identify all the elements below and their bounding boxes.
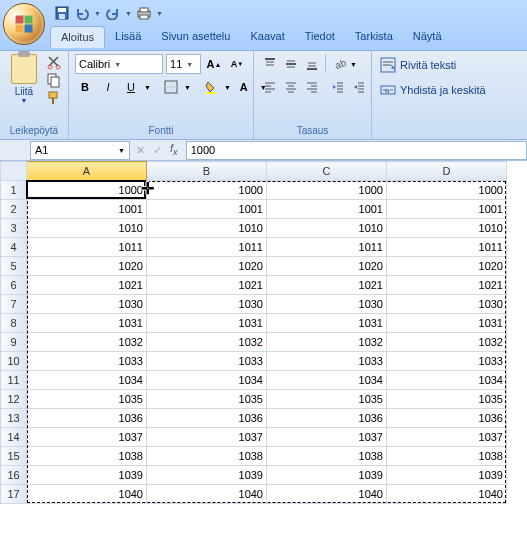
cell-C7[interactable]: 1030	[267, 295, 387, 314]
paste-button[interactable]: Liitä ▼	[6, 54, 42, 124]
cell-B16[interactable]: 1039	[147, 466, 267, 485]
cell-A17[interactable]: 1040	[27, 485, 147, 504]
cancel-icon[interactable]: ✕	[136, 144, 145, 157]
row-header-2[interactable]: 2	[1, 200, 27, 219]
cell-C13[interactable]: 1036	[267, 409, 387, 428]
name-box[interactable]: A1▼	[30, 141, 130, 160]
cell-D1[interactable]: 1000	[387, 181, 507, 200]
formula-input[interactable]: 1000	[186, 141, 527, 160]
fill-dropdown-icon[interactable]: ▼	[224, 84, 231, 91]
row-header-16[interactable]: 16	[1, 466, 27, 485]
cell-D11[interactable]: 1034	[387, 371, 507, 390]
tab-aloitus[interactable]: Aloitus	[50, 26, 105, 48]
cell-A10[interactable]: 1033	[27, 352, 147, 371]
font-name-combo[interactable]: Calibri▼	[75, 54, 163, 74]
merge-center-button[interactable]: a Yhdistä ja keskitä	[380, 79, 486, 101]
cell-B8[interactable]: 1031	[147, 314, 267, 333]
worksheet-grid[interactable]: A B C D 11000100010001000210011001100110…	[0, 161, 527, 504]
cell-D15[interactable]: 1038	[387, 447, 507, 466]
orientation-dropdown-icon[interactable]: ▼	[350, 61, 357, 68]
underline-button[interactable]: U	[121, 77, 141, 97]
fill-color-button[interactable]	[201, 77, 221, 97]
format-painter-icon[interactable]	[46, 90, 62, 106]
row-header-8[interactable]: 8	[1, 314, 27, 333]
fx-button[interactable]: fx	[170, 142, 178, 157]
column-header-C[interactable]: C	[267, 162, 387, 181]
cell-A16[interactable]: 1039	[27, 466, 147, 485]
borders-button[interactable]	[161, 77, 181, 97]
underline-dropdown-icon[interactable]: ▼	[144, 84, 151, 91]
font-size-combo[interactable]: 11▼	[166, 54, 201, 74]
column-header-B[interactable]: B	[147, 162, 267, 181]
cell-A13[interactable]: 1036	[27, 409, 147, 428]
italic-button[interactable]: I	[98, 77, 118, 97]
cell-A12[interactable]: 1035	[27, 390, 147, 409]
increase-indent-button[interactable]	[349, 77, 369, 97]
row-header-14[interactable]: 14	[1, 428, 27, 447]
cell-C10[interactable]: 1033	[267, 352, 387, 371]
cell-A8[interactable]: 1031	[27, 314, 147, 333]
row-header-12[interactable]: 12	[1, 390, 27, 409]
cell-C12[interactable]: 1035	[267, 390, 387, 409]
bold-button[interactable]: B	[75, 77, 95, 97]
cell-A14[interactable]: 1037	[27, 428, 147, 447]
cell-B1[interactable]: 1000	[147, 181, 267, 200]
row-header-10[interactable]: 10	[1, 352, 27, 371]
cell-D3[interactable]: 1010	[387, 219, 507, 238]
cell-C8[interactable]: 1031	[267, 314, 387, 333]
row-header-9[interactable]: 9	[1, 333, 27, 352]
cell-A7[interactable]: 1030	[27, 295, 147, 314]
align-center-button[interactable]	[281, 77, 301, 97]
cell-B17[interactable]: 1040	[147, 485, 267, 504]
cell-C6[interactable]: 1021	[267, 276, 387, 295]
cell-A15[interactable]: 1038	[27, 447, 147, 466]
borders-dropdown-icon[interactable]: ▼	[184, 84, 191, 91]
align-right-button[interactable]	[302, 77, 322, 97]
cell-A4[interactable]: 1011	[27, 238, 147, 257]
row-header-3[interactable]: 3	[1, 219, 27, 238]
font-color-button[interactable]: A	[234, 77, 254, 97]
row-header-15[interactable]: 15	[1, 447, 27, 466]
cell-B4[interactable]: 1011	[147, 238, 267, 257]
cell-C14[interactable]: 1037	[267, 428, 387, 447]
orientation-button[interactable]: ab	[329, 54, 349, 74]
cell-B12[interactable]: 1035	[147, 390, 267, 409]
row-header-1[interactable]: 1	[1, 181, 27, 200]
cell-A6[interactable]: 1021	[27, 276, 147, 295]
cell-D13[interactable]: 1036	[387, 409, 507, 428]
tab-tarkista[interactable]: Tarkista	[345, 26, 403, 48]
cell-B14[interactable]: 1037	[147, 428, 267, 447]
cell-A11[interactable]: 1034	[27, 371, 147, 390]
column-header-D[interactable]: D	[387, 162, 507, 181]
align-bottom-button[interactable]	[302, 54, 322, 74]
qat-customize-icon[interactable]: ▼	[156, 10, 163, 17]
undo-dropdown-icon[interactable]: ▼	[94, 10, 101, 17]
cell-A3[interactable]: 1010	[27, 219, 147, 238]
shrink-font-button[interactable]: A▼	[227, 54, 247, 74]
tab-sivun-asettelu[interactable]: Sivun asettelu	[151, 26, 240, 48]
cell-C17[interactable]: 1040	[267, 485, 387, 504]
cell-B6[interactable]: 1021	[147, 276, 267, 295]
cell-D14[interactable]: 1037	[387, 428, 507, 447]
cell-D8[interactable]: 1031	[387, 314, 507, 333]
redo-icon[interactable]	[105, 5, 121, 21]
cell-B13[interactable]: 1036	[147, 409, 267, 428]
quickprint-icon[interactable]	[136, 5, 152, 21]
tab-lisaa[interactable]: Lisää	[105, 26, 151, 48]
select-all-corner[interactable]	[1, 162, 27, 181]
cell-B2[interactable]: 1001	[147, 200, 267, 219]
cell-B11[interactable]: 1034	[147, 371, 267, 390]
cell-D17[interactable]: 1040	[387, 485, 507, 504]
cell-C15[interactable]: 1038	[267, 447, 387, 466]
row-header-13[interactable]: 13	[1, 409, 27, 428]
cell-C9[interactable]: 1032	[267, 333, 387, 352]
undo-icon[interactable]	[74, 5, 90, 21]
cell-D12[interactable]: 1035	[387, 390, 507, 409]
cell-D2[interactable]: 1001	[387, 200, 507, 219]
row-header-17[interactable]: 17	[1, 485, 27, 504]
cut-icon[interactable]	[46, 54, 62, 70]
row-header-5[interactable]: 5	[1, 257, 27, 276]
cell-D9[interactable]: 1032	[387, 333, 507, 352]
copy-icon[interactable]	[46, 72, 62, 88]
cell-D16[interactable]: 1039	[387, 466, 507, 485]
